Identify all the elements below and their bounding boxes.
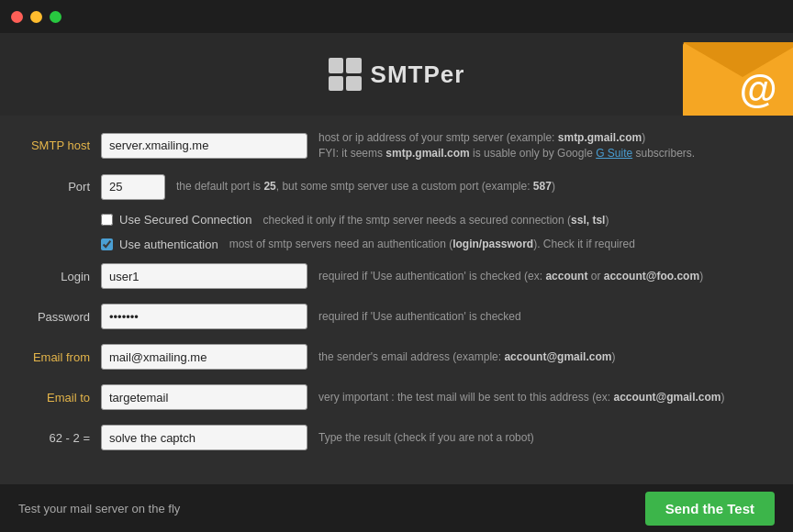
password-hint: required if 'Use authentication' is chec…: [318, 309, 775, 325]
use-secured-row: Use Secured Connection checked it only i…: [101, 213, 775, 228]
captcha-hint: Type the result (check if you are not a …: [318, 430, 775, 446]
smtp-host-label: SMTP host: [18, 139, 101, 152]
captcha-label: 62 - 2 =: [18, 431, 101, 445]
use-secured-hint: checked it only if the smtp server needs…: [263, 213, 775, 228]
password-row: Password required if 'Use authentication…: [18, 302, 775, 331]
use-secured-checkbox[interactable]: [101, 214, 113, 226]
email-to-input[interactable]: [101, 384, 307, 410]
footer-tagline: Test your mail server on the fly: [18, 502, 180, 515]
maximize-dot[interactable]: [50, 11, 61, 23]
use-secured-label[interactable]: Use Secured Connection: [119, 213, 252, 227]
smtp-host-row: SMTP host host or ip address of your smt…: [18, 130, 775, 161]
minimize-dot[interactable]: [30, 11, 42, 23]
use-auth-hint: most of smtp servers need an authenticat…: [229, 237, 775, 252]
email-from-hint: the sender's email address (example: acc…: [318, 349, 775, 365]
login-row: Login required if 'Use authentication' i…: [18, 261, 775, 291]
captcha-input[interactable]: [101, 425, 307, 450]
password-input[interactable]: [101, 304, 307, 329]
main-form: SMTP host host or ip address of your smt…: [0, 116, 793, 472]
login-input[interactable]: [101, 263, 307, 289]
port-hint: the default port is 25, but some smtp se…: [176, 179, 775, 194]
password-label: Password: [18, 310, 101, 324]
footer: Test your mail server on the fly Send th…: [0, 484, 793, 532]
captcha-row: 62 - 2 = Type the result (check if you a…: [18, 423, 775, 452]
titlebar: [0, 0, 793, 33]
email-from-input[interactable]: [101, 344, 307, 370]
header: SMTPer @: [0, 33, 793, 116]
login-hint: required if 'Use authentication' is chec…: [318, 269, 775, 284]
envelope-flap: [683, 42, 793, 77]
email-from-row: Email from the sender's email address (e…: [18, 342, 775, 371]
email-from-label: Email from: [18, 350, 101, 364]
email-decoration: @: [665, 33, 793, 116]
logo-text: SMTPer: [371, 61, 465, 89]
use-auth-label[interactable]: Use authentication: [119, 238, 218, 251]
use-auth-row: Use authentication most of smtp servers …: [101, 237, 775, 252]
logo: SMTPer: [329, 58, 465, 91]
email-to-row: Email to very important : the test mail …: [18, 382, 775, 412]
email-to-hint: very important : the test mail will be s…: [318, 390, 775, 405]
email-to-label: Email to: [18, 391, 101, 405]
port-row: Port the default port is 25, but some sm…: [18, 172, 775, 202]
send-test-button[interactable]: Send the Test: [645, 492, 775, 526]
use-auth-checkbox[interactable]: [101, 238, 113, 250]
envelope-at-icon: @: [739, 68, 776, 112]
port-label: Port: [18, 180, 101, 194]
port-input[interactable]: [101, 174, 165, 200]
smtp-host-input[interactable]: [101, 133, 307, 159]
logo-icon: [329, 58, 362, 91]
smtp-host-hint: host or ip address of your smtp server (…: [318, 130, 775, 161]
login-label: Login: [18, 270, 101, 283]
close-dot[interactable]: [11, 11, 23, 23]
